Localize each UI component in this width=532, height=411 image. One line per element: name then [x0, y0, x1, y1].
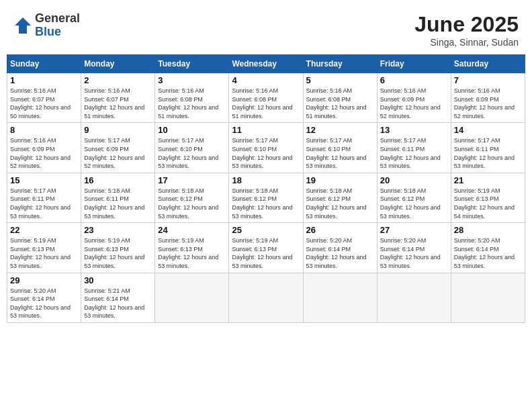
calendar-cell: 15Sunrise: 5:17 AMSunset: 6:11 PMDayligh…: [7, 173, 81, 222]
calendar-cell: 26Sunrise: 5:20 AMSunset: 6:14 PMDayligh…: [303, 223, 377, 273]
calendar-cell: 10Sunrise: 5:17 AMSunset: 6:10 PMDayligh…: [155, 123, 229, 173]
cell-info: Sunrise: 5:18 AMSunset: 6:11 PMDaylight:…: [84, 187, 152, 220]
calendar-cell: 27Sunrise: 5:20 AMSunset: 6:14 PMDayligh…: [377, 223, 451, 273]
cell-info: Sunrise: 5:19 AMSunset: 6:13 PMDaylight:…: [454, 187, 522, 220]
calendar-cell: [377, 273, 451, 322]
calendar-cell: 16Sunrise: 5:18 AMSunset: 6:11 PMDayligh…: [81, 173, 155, 222]
logo-icon: [13, 16, 32, 35]
header-wednesday: Wednesday: [229, 55, 303, 73]
day-number: 3: [158, 75, 226, 85]
day-number: 15: [10, 175, 78, 185]
calendar-cell: 22Sunrise: 5:19 AMSunset: 6:13 PMDayligh…: [7, 223, 81, 273]
cell-info: Sunrise: 5:16 AMSunset: 6:09 PMDaylight:…: [380, 87, 448, 120]
cell-info: Sunrise: 5:16 AMSunset: 6:08 PMDaylight:…: [158, 87, 226, 120]
calendar-cell: 28Sunrise: 5:20 AMSunset: 6:14 PMDayligh…: [451, 223, 525, 273]
cell-info: Sunrise: 5:20 AMSunset: 6:14 PMDaylight:…: [306, 236, 374, 270]
calendar-body: 1Sunrise: 5:16 AMSunset: 6:07 PMDaylight…: [7, 73, 525, 323]
calendar-week-2: 8Sunrise: 5:16 AMSunset: 6:09 PMDaylight…: [7, 123, 525, 173]
calendar-cell: [451, 273, 525, 322]
calendar-cell: 25Sunrise: 5:19 AMSunset: 6:13 PMDayligh…: [229, 223, 303, 273]
calendar-week-4: 22Sunrise: 5:19 AMSunset: 6:13 PMDayligh…: [7, 223, 525, 273]
calendar-week-3: 15Sunrise: 5:17 AMSunset: 6:11 PMDayligh…: [7, 173, 525, 222]
cell-info: Sunrise: 5:16 AMSunset: 6:08 PMDaylight:…: [306, 87, 374, 120]
cell-info: Sunrise: 5:17 AMSunset: 6:10 PMDaylight:…: [232, 136, 300, 170]
calendar-cell: 5Sunrise: 5:16 AMSunset: 6:08 PMDaylight…: [303, 73, 377, 123]
calendar-header-row: SundayMondayTuesdayWednesdayThursdayFrid…: [7, 55, 525, 73]
calendar-cell: [303, 273, 377, 322]
cell-info: Sunrise: 5:17 AMSunset: 6:11 PMDaylight:…: [380, 136, 448, 170]
day-number: 27: [380, 225, 448, 235]
day-number: 21: [454, 175, 522, 185]
cell-info: Sunrise: 5:16 AMSunset: 6:09 PMDaylight:…: [10, 136, 78, 170]
calendar-cell: 1Sunrise: 5:16 AMSunset: 6:07 PMDaylight…: [7, 73, 81, 123]
calendar-table: SundayMondayTuesdayWednesdayThursdayFrid…: [7, 54, 525, 323]
day-number: 14: [454, 125, 522, 135]
calendar-cell: 9Sunrise: 5:17 AMSunset: 6:09 PMDaylight…: [81, 123, 155, 173]
cell-info: Sunrise: 5:18 AMSunset: 6:12 PMDaylight:…: [232, 187, 300, 220]
header-tuesday: Tuesday: [155, 55, 229, 73]
header-thursday: Thursday: [303, 55, 377, 73]
day-number: 10: [158, 125, 226, 135]
day-number: 20: [380, 175, 448, 185]
day-number: 11: [232, 125, 300, 135]
day-number: 28: [454, 225, 522, 235]
day-number: 9: [84, 125, 152, 135]
calendar-cell: 18Sunrise: 5:18 AMSunset: 6:12 PMDayligh…: [229, 173, 303, 222]
day-number: 30: [84, 275, 152, 285]
calendar-cell: 20Sunrise: 5:18 AMSunset: 6:12 PMDayligh…: [377, 173, 451, 222]
cell-info: Sunrise: 5:19 AMSunset: 6:13 PMDaylight:…: [84, 236, 152, 270]
day-number: 18: [232, 175, 300, 185]
logo-general: General: [35, 12, 80, 26]
cell-info: Sunrise: 5:18 AMSunset: 6:12 PMDaylight:…: [306, 187, 374, 220]
month-title: June 2025: [414, 12, 519, 37]
calendar-cell: 13Sunrise: 5:17 AMSunset: 6:11 PMDayligh…: [377, 123, 451, 173]
calendar-cell: 8Sunrise: 5:16 AMSunset: 6:09 PMDaylight…: [7, 123, 81, 173]
cell-info: Sunrise: 5:17 AMSunset: 6:11 PMDaylight:…: [454, 136, 522, 170]
cell-info: Sunrise: 5:17 AMSunset: 6:09 PMDaylight:…: [84, 136, 152, 170]
title-block: June 2025 Singa, Sinnar, Sudan: [414, 12, 519, 48]
logo: General Blue: [13, 12, 80, 39]
day-number: 19: [306, 175, 374, 185]
calendar-cell: 29Sunrise: 5:20 AMSunset: 6:14 PMDayligh…: [7, 273, 81, 322]
calendar-cell: 2Sunrise: 5:16 AMSunset: 6:07 PMDaylight…: [81, 73, 155, 123]
day-number: 5: [306, 75, 374, 85]
cell-info: Sunrise: 5:16 AMSunset: 6:07 PMDaylight:…: [10, 87, 78, 120]
cell-info: Sunrise: 5:17 AMSunset: 6:11 PMDaylight:…: [10, 187, 78, 220]
calendar-cell: 23Sunrise: 5:19 AMSunset: 6:13 PMDayligh…: [81, 223, 155, 273]
day-number: 26: [306, 225, 374, 235]
cell-info: Sunrise: 5:16 AMSunset: 6:07 PMDaylight:…: [84, 87, 152, 120]
day-number: 4: [232, 75, 300, 85]
cell-info: Sunrise: 5:20 AMSunset: 6:14 PMDaylight:…: [10, 287, 78, 320]
cell-info: Sunrise: 5:19 AMSunset: 6:13 PMDaylight:…: [232, 236, 300, 270]
day-number: 22: [10, 225, 78, 235]
cell-info: Sunrise: 5:20 AMSunset: 6:14 PMDaylight:…: [380, 236, 448, 270]
calendar-cell: 11Sunrise: 5:17 AMSunset: 6:10 PMDayligh…: [229, 123, 303, 173]
header-friday: Friday: [377, 55, 451, 73]
cell-info: Sunrise: 5:18 AMSunset: 6:12 PMDaylight:…: [380, 187, 448, 220]
day-number: 12: [306, 125, 374, 135]
day-number: 8: [10, 125, 78, 135]
cell-info: Sunrise: 5:16 AMSunset: 6:09 PMDaylight:…: [454, 87, 522, 120]
header-saturday: Saturday: [451, 55, 525, 73]
cell-info: Sunrise: 5:20 AMSunset: 6:14 PMDaylight:…: [454, 236, 522, 270]
calendar-cell: 12Sunrise: 5:17 AMSunset: 6:10 PMDayligh…: [303, 123, 377, 173]
logo-text: General Blue: [35, 12, 80, 39]
calendar-cell: [155, 273, 229, 322]
calendar-week-5: 29Sunrise: 5:20 AMSunset: 6:14 PMDayligh…: [7, 273, 525, 322]
page-header: General Blue June 2025 Singa, Sinnar, Su…: [7, 7, 525, 50]
cell-info: Sunrise: 5:19 AMSunset: 6:13 PMDaylight:…: [158, 236, 226, 270]
day-number: 17: [158, 175, 226, 185]
calendar-cell: 14Sunrise: 5:17 AMSunset: 6:11 PMDayligh…: [451, 123, 525, 173]
svg-marker-1: [23, 17, 31, 30]
calendar-cell: 17Sunrise: 5:18 AMSunset: 6:12 PMDayligh…: [155, 173, 229, 222]
calendar-cell: 6Sunrise: 5:16 AMSunset: 6:09 PMDaylight…: [377, 73, 451, 123]
calendar-cell: 21Sunrise: 5:19 AMSunset: 6:13 PMDayligh…: [451, 173, 525, 222]
logo-blue: Blue: [35, 26, 80, 39]
day-number: 24: [158, 225, 226, 235]
day-number: 13: [380, 125, 448, 135]
day-number: 7: [454, 75, 522, 85]
calendar-cell: 30Sunrise: 5:21 AMSunset: 6:14 PMDayligh…: [81, 273, 155, 322]
calendar-cell: 19Sunrise: 5:18 AMSunset: 6:12 PMDayligh…: [303, 173, 377, 222]
cell-info: Sunrise: 5:17 AMSunset: 6:10 PMDaylight:…: [306, 136, 374, 170]
cell-info: Sunrise: 5:21 AMSunset: 6:14 PMDaylight:…: [84, 287, 152, 320]
